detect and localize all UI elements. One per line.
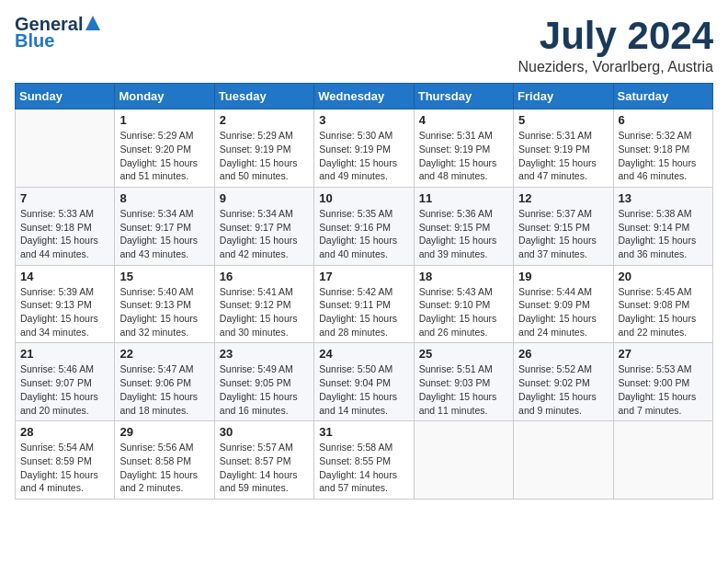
calendar-weekday-header: Thursday [414, 84, 513, 109]
calendar-weekday-header: Friday [514, 84, 613, 109]
calendar-day-cell: 29Sunrise: 5:56 AM Sunset: 8:58 PM Dayli… [115, 421, 214, 500]
calendar-table: SundayMondayTuesdayWednesdayThursdayFrid… [15, 83, 713, 500]
day-number: 31 [319, 425, 408, 439]
calendar-weekday-header: Sunday [16, 84, 115, 109]
calendar-header-row: SundayMondayTuesdayWednesdayThursdayFrid… [16, 84, 713, 109]
calendar-day-cell: 16Sunrise: 5:41 AM Sunset: 9:12 PM Dayli… [214, 265, 313, 343]
calendar-week-row: 1Sunrise: 5:29 AM Sunset: 9:20 PM Daylig… [16, 109, 713, 188]
day-number: 18 [419, 270, 508, 283]
day-number: 30 [220, 425, 309, 439]
day-info: Sunrise: 5:39 AM Sunset: 9:13 PM Dayligh… [20, 285, 109, 339]
day-number: 11 [419, 191, 508, 205]
calendar-weekday-header: Tuesday [214, 84, 313, 109]
calendar-day-cell: 13Sunrise: 5:38 AM Sunset: 9:14 PM Dayli… [613, 187, 712, 265]
day-info: Sunrise: 5:32 AM Sunset: 9:18 PM Dayligh… [619, 129, 708, 183]
day-number: 16 [220, 270, 309, 283]
calendar-day-cell: 7Sunrise: 5:33 AM Sunset: 9:18 PM Daylig… [16, 187, 115, 265]
day-info: Sunrise: 5:37 AM Sunset: 9:15 PM Dayligh… [518, 207, 608, 261]
day-info: Sunrise: 5:35 AM Sunset: 9:16 PM Dayligh… [319, 207, 408, 261]
day-number: 27 [619, 347, 708, 361]
day-info: Sunrise: 5:53 AM Sunset: 9:00 PM Dayligh… [619, 362, 708, 417]
calendar-day-cell: 26Sunrise: 5:52 AM Sunset: 9:02 PM Dayli… [514, 343, 613, 421]
page-header: General Blue July 2024 Nueziders, Vorarl… [15, 15, 713, 75]
day-number: 7 [20, 191, 109, 205]
svg-marker-0 [85, 16, 100, 30]
calendar-empty-cell [414, 421, 513, 500]
day-number: 5 [518, 113, 608, 127]
day-info: Sunrise: 5:43 AM Sunset: 9:10 PM Dayligh… [419, 285, 508, 339]
calendar-day-cell: 22Sunrise: 5:47 AM Sunset: 9:06 PM Dayli… [115, 343, 214, 421]
calendar-day-cell: 15Sunrise: 5:40 AM Sunset: 9:13 PM Dayli… [115, 265, 214, 343]
calendar-empty-cell [514, 421, 613, 500]
calendar-day-cell: 3Sunrise: 5:30 AM Sunset: 9:19 PM Daylig… [314, 109, 414, 188]
day-number: 20 [619, 270, 708, 283]
calendar-day-cell: 14Sunrise: 5:39 AM Sunset: 9:13 PM Dayli… [16, 265, 115, 343]
calendar-day-cell: 9Sunrise: 5:34 AM Sunset: 9:17 PM Daylig… [214, 187, 313, 265]
day-info: Sunrise: 5:33 AM Sunset: 9:18 PM Dayligh… [20, 207, 109, 261]
day-info: Sunrise: 5:47 AM Sunset: 9:06 PM Dayligh… [119, 362, 209, 417]
day-number: 19 [518, 270, 608, 283]
logo: General Blue [15, 15, 101, 50]
day-number: 10 [319, 191, 408, 205]
day-number: 9 [220, 191, 309, 205]
calendar-week-row: 21Sunrise: 5:46 AM Sunset: 9:07 PM Dayli… [16, 343, 713, 421]
calendar-day-cell: 23Sunrise: 5:49 AM Sunset: 9:05 PM Dayli… [214, 343, 313, 421]
calendar-day-cell: 1Sunrise: 5:29 AM Sunset: 9:20 PM Daylig… [115, 109, 214, 188]
day-info: Sunrise: 5:34 AM Sunset: 9:17 PM Dayligh… [119, 207, 209, 261]
day-info: Sunrise: 5:40 AM Sunset: 9:13 PM Dayligh… [119, 285, 209, 339]
calendar-day-cell: 17Sunrise: 5:42 AM Sunset: 9:11 PM Dayli… [314, 265, 414, 343]
calendar-day-cell: 6Sunrise: 5:32 AM Sunset: 9:18 PM Daylig… [613, 109, 712, 188]
calendar-day-cell: 28Sunrise: 5:54 AM Sunset: 8:59 PM Dayli… [16, 421, 115, 500]
calendar-day-cell: 19Sunrise: 5:44 AM Sunset: 9:09 PM Dayli… [514, 265, 613, 343]
day-number: 8 [119, 191, 209, 205]
logo-blue: Blue [15, 31, 101, 50]
calendar-day-cell: 8Sunrise: 5:34 AM Sunset: 9:17 PM Daylig… [115, 187, 214, 265]
day-info: Sunrise: 5:42 AM Sunset: 9:11 PM Dayligh… [319, 285, 408, 339]
calendar-day-cell: 27Sunrise: 5:53 AM Sunset: 9:00 PM Dayli… [613, 343, 712, 421]
logo-text: General Blue [15, 15, 101, 50]
day-info: Sunrise: 5:51 AM Sunset: 9:03 PM Dayligh… [419, 362, 508, 417]
day-info: Sunrise: 5:34 AM Sunset: 9:17 PM Dayligh… [220, 207, 309, 261]
day-info: Sunrise: 5:31 AM Sunset: 9:19 PM Dayligh… [518, 129, 608, 183]
day-number: 12 [518, 191, 608, 205]
day-info: Sunrise: 5:45 AM Sunset: 9:08 PM Dayligh… [619, 285, 708, 339]
day-info: Sunrise: 5:54 AM Sunset: 8:59 PM Dayligh… [20, 441, 109, 495]
calendar-day-cell: 21Sunrise: 5:46 AM Sunset: 9:07 PM Dayli… [16, 343, 115, 421]
calendar-day-cell: 5Sunrise: 5:31 AM Sunset: 9:19 PM Daylig… [514, 109, 613, 188]
day-info: Sunrise: 5:29 AM Sunset: 9:19 PM Dayligh… [220, 129, 309, 183]
day-info: Sunrise: 5:38 AM Sunset: 9:14 PM Dayligh… [619, 207, 708, 261]
calendar-day-cell: 11Sunrise: 5:36 AM Sunset: 9:15 PM Dayli… [414, 187, 513, 265]
calendar-day-cell: 25Sunrise: 5:51 AM Sunset: 9:03 PM Dayli… [414, 343, 513, 421]
calendar-week-row: 14Sunrise: 5:39 AM Sunset: 9:13 PM Dayli… [16, 265, 713, 343]
day-info: Sunrise: 5:52 AM Sunset: 9:02 PM Dayligh… [518, 362, 608, 417]
day-info: Sunrise: 5:56 AM Sunset: 8:58 PM Dayligh… [119, 441, 209, 495]
calendar-day-cell: 30Sunrise: 5:57 AM Sunset: 8:57 PM Dayli… [214, 421, 313, 500]
calendar-day-cell: 4Sunrise: 5:31 AM Sunset: 9:19 PM Daylig… [414, 109, 513, 188]
calendar-day-cell: 12Sunrise: 5:37 AM Sunset: 9:15 PM Dayli… [514, 187, 613, 265]
day-number: 6 [619, 113, 708, 127]
day-number: 4 [419, 113, 508, 127]
calendar-empty-cell [16, 109, 115, 188]
day-info: Sunrise: 5:58 AM Sunset: 8:55 PM Dayligh… [319, 441, 408, 495]
calendar-day-cell: 31Sunrise: 5:58 AM Sunset: 8:55 PM Dayli… [314, 421, 414, 500]
day-number: 29 [119, 425, 209, 439]
day-info: Sunrise: 5:41 AM Sunset: 9:12 PM Dayligh… [220, 285, 309, 339]
day-info: Sunrise: 5:31 AM Sunset: 9:19 PM Dayligh… [419, 129, 508, 183]
calendar-weekday-header: Saturday [613, 84, 712, 109]
logo-icon [85, 15, 101, 31]
day-number: 15 [119, 270, 209, 283]
day-number: 21 [20, 347, 109, 361]
day-number: 2 [220, 113, 309, 127]
day-number: 24 [319, 347, 408, 361]
calendar-day-cell: 2Sunrise: 5:29 AM Sunset: 9:19 PM Daylig… [214, 109, 313, 188]
calendar-day-cell: 20Sunrise: 5:45 AM Sunset: 9:08 PM Dayli… [613, 265, 712, 343]
location: Nueziders, Vorarlberg, Austria [518, 59, 713, 75]
title-section: July 2024 Nueziders, Vorarlberg, Austria [518, 15, 713, 75]
day-number: 1 [119, 113, 209, 127]
calendar-day-cell: 10Sunrise: 5:35 AM Sunset: 9:16 PM Dayli… [314, 187, 414, 265]
calendar-week-row: 28Sunrise: 5:54 AM Sunset: 8:59 PM Dayli… [16, 421, 713, 500]
day-number: 25 [419, 347, 508, 361]
day-info: Sunrise: 5:29 AM Sunset: 9:20 PM Dayligh… [119, 129, 209, 183]
day-number: 22 [119, 347, 209, 361]
day-info: Sunrise: 5:57 AM Sunset: 8:57 PM Dayligh… [220, 441, 309, 495]
